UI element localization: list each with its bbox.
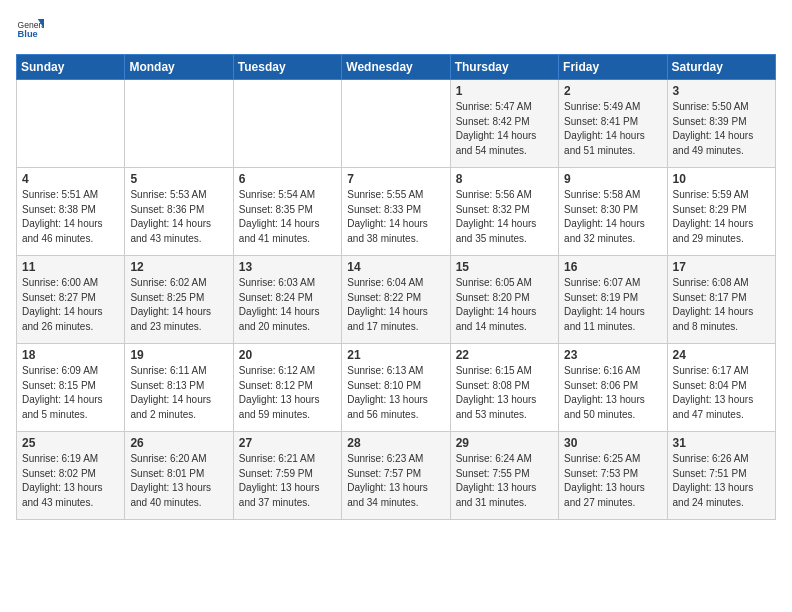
day-number: 22 [456,348,553,362]
day-info: Sunrise: 5:51 AM Sunset: 8:38 PM Dayligh… [22,188,119,246]
calendar-cell: 7Sunrise: 5:55 AM Sunset: 8:33 PM Daylig… [342,168,450,256]
day-number: 9 [564,172,661,186]
day-info: Sunrise: 6:11 AM Sunset: 8:13 PM Dayligh… [130,364,227,422]
weekday-header-friday: Friday [559,55,667,80]
day-number: 25 [22,436,119,450]
day-number: 6 [239,172,336,186]
weekday-header-saturday: Saturday [667,55,775,80]
calendar-cell: 25Sunrise: 6:19 AM Sunset: 8:02 PM Dayli… [17,432,125,520]
day-info: Sunrise: 5:54 AM Sunset: 8:35 PM Dayligh… [239,188,336,246]
calendar-cell: 28Sunrise: 6:23 AM Sunset: 7:57 PM Dayli… [342,432,450,520]
day-info: Sunrise: 6:12 AM Sunset: 8:12 PM Dayligh… [239,364,336,422]
calendar-cell [342,80,450,168]
day-number: 20 [239,348,336,362]
calendar-cell: 4Sunrise: 5:51 AM Sunset: 8:38 PM Daylig… [17,168,125,256]
weekday-header-wednesday: Wednesday [342,55,450,80]
calendar-cell [17,80,125,168]
day-info: Sunrise: 6:07 AM Sunset: 8:19 PM Dayligh… [564,276,661,334]
calendar-cell: 2Sunrise: 5:49 AM Sunset: 8:41 PM Daylig… [559,80,667,168]
weekday-header-tuesday: Tuesday [233,55,341,80]
day-number: 1 [456,84,553,98]
calendar-cell: 15Sunrise: 6:05 AM Sunset: 8:20 PM Dayli… [450,256,558,344]
weekday-header-thursday: Thursday [450,55,558,80]
calendar-cell: 11Sunrise: 6:00 AM Sunset: 8:27 PM Dayli… [17,256,125,344]
day-number: 30 [564,436,661,450]
day-number: 21 [347,348,444,362]
logo-icon: General Blue [16,16,44,44]
calendar-week-5: 25Sunrise: 6:19 AM Sunset: 8:02 PM Dayli… [17,432,776,520]
day-number: 29 [456,436,553,450]
calendar-cell: 8Sunrise: 5:56 AM Sunset: 8:32 PM Daylig… [450,168,558,256]
calendar-cell: 26Sunrise: 6:20 AM Sunset: 8:01 PM Dayli… [125,432,233,520]
day-info: Sunrise: 6:02 AM Sunset: 8:25 PM Dayligh… [130,276,227,334]
calendar-cell: 6Sunrise: 5:54 AM Sunset: 8:35 PM Daylig… [233,168,341,256]
calendar-cell: 14Sunrise: 6:04 AM Sunset: 8:22 PM Dayli… [342,256,450,344]
day-number: 13 [239,260,336,274]
calendar-cell: 12Sunrise: 6:02 AM Sunset: 8:25 PM Dayli… [125,256,233,344]
day-info: Sunrise: 6:05 AM Sunset: 8:20 PM Dayligh… [456,276,553,334]
day-info: Sunrise: 6:09 AM Sunset: 8:15 PM Dayligh… [22,364,119,422]
day-number: 2 [564,84,661,98]
day-number: 4 [22,172,119,186]
day-number: 11 [22,260,119,274]
calendar-body: 1Sunrise: 5:47 AM Sunset: 8:42 PM Daylig… [17,80,776,520]
day-info: Sunrise: 5:56 AM Sunset: 8:32 PM Dayligh… [456,188,553,246]
day-info: Sunrise: 6:00 AM Sunset: 8:27 PM Dayligh… [22,276,119,334]
calendar-cell: 29Sunrise: 6:24 AM Sunset: 7:55 PM Dayli… [450,432,558,520]
calendar-cell: 5Sunrise: 5:53 AM Sunset: 8:36 PM Daylig… [125,168,233,256]
day-number: 3 [673,84,770,98]
day-number: 8 [456,172,553,186]
calendar-cell: 9Sunrise: 5:58 AM Sunset: 8:30 PM Daylig… [559,168,667,256]
day-info: Sunrise: 5:58 AM Sunset: 8:30 PM Dayligh… [564,188,661,246]
day-info: Sunrise: 5:53 AM Sunset: 8:36 PM Dayligh… [130,188,227,246]
calendar-cell: 31Sunrise: 6:26 AM Sunset: 7:51 PM Dayli… [667,432,775,520]
day-info: Sunrise: 6:13 AM Sunset: 8:10 PM Dayligh… [347,364,444,422]
calendar-cell: 13Sunrise: 6:03 AM Sunset: 8:24 PM Dayli… [233,256,341,344]
day-info: Sunrise: 6:15 AM Sunset: 8:08 PM Dayligh… [456,364,553,422]
day-number: 24 [673,348,770,362]
weekday-header-sunday: Sunday [17,55,125,80]
day-info: Sunrise: 6:24 AM Sunset: 7:55 PM Dayligh… [456,452,553,510]
day-info: Sunrise: 6:26 AM Sunset: 7:51 PM Dayligh… [673,452,770,510]
day-info: Sunrise: 6:21 AM Sunset: 7:59 PM Dayligh… [239,452,336,510]
day-info: Sunrise: 6:16 AM Sunset: 8:06 PM Dayligh… [564,364,661,422]
day-number: 19 [130,348,227,362]
day-number: 15 [456,260,553,274]
day-info: Sunrise: 5:50 AM Sunset: 8:39 PM Dayligh… [673,100,770,158]
day-info: Sunrise: 6:04 AM Sunset: 8:22 PM Dayligh… [347,276,444,334]
calendar-cell: 17Sunrise: 6:08 AM Sunset: 8:17 PM Dayli… [667,256,775,344]
day-info: Sunrise: 5:59 AM Sunset: 8:29 PM Dayligh… [673,188,770,246]
day-number: 12 [130,260,227,274]
day-info: Sunrise: 6:25 AM Sunset: 7:53 PM Dayligh… [564,452,661,510]
day-number: 10 [673,172,770,186]
calendar-cell: 10Sunrise: 5:59 AM Sunset: 8:29 PM Dayli… [667,168,775,256]
calendar-cell [233,80,341,168]
calendar-week-4: 18Sunrise: 6:09 AM Sunset: 8:15 PM Dayli… [17,344,776,432]
calendar-cell: 21Sunrise: 6:13 AM Sunset: 8:10 PM Dayli… [342,344,450,432]
calendar-week-1: 1Sunrise: 5:47 AM Sunset: 8:42 PM Daylig… [17,80,776,168]
calendar-week-3: 11Sunrise: 6:00 AM Sunset: 8:27 PM Dayli… [17,256,776,344]
weekday-header-row: SundayMondayTuesdayWednesdayThursdayFrid… [17,55,776,80]
calendar-cell: 27Sunrise: 6:21 AM Sunset: 7:59 PM Dayli… [233,432,341,520]
logo: General Blue [16,16,44,44]
day-number: 28 [347,436,444,450]
svg-text:Blue: Blue [18,29,38,39]
day-number: 23 [564,348,661,362]
day-number: 7 [347,172,444,186]
calendar-cell: 23Sunrise: 6:16 AM Sunset: 8:06 PM Dayli… [559,344,667,432]
calendar-cell [125,80,233,168]
page-header: General Blue [16,16,776,44]
calendar-cell: 22Sunrise: 6:15 AM Sunset: 8:08 PM Dayli… [450,344,558,432]
day-info: Sunrise: 5:55 AM Sunset: 8:33 PM Dayligh… [347,188,444,246]
calendar-cell: 16Sunrise: 6:07 AM Sunset: 8:19 PM Dayli… [559,256,667,344]
day-info: Sunrise: 5:47 AM Sunset: 8:42 PM Dayligh… [456,100,553,158]
day-number: 14 [347,260,444,274]
day-number: 26 [130,436,227,450]
day-number: 16 [564,260,661,274]
calendar-week-2: 4Sunrise: 5:51 AM Sunset: 8:38 PM Daylig… [17,168,776,256]
day-info: Sunrise: 6:20 AM Sunset: 8:01 PM Dayligh… [130,452,227,510]
day-number: 5 [130,172,227,186]
day-info: Sunrise: 6:19 AM Sunset: 8:02 PM Dayligh… [22,452,119,510]
day-number: 27 [239,436,336,450]
calendar-cell: 18Sunrise: 6:09 AM Sunset: 8:15 PM Dayli… [17,344,125,432]
